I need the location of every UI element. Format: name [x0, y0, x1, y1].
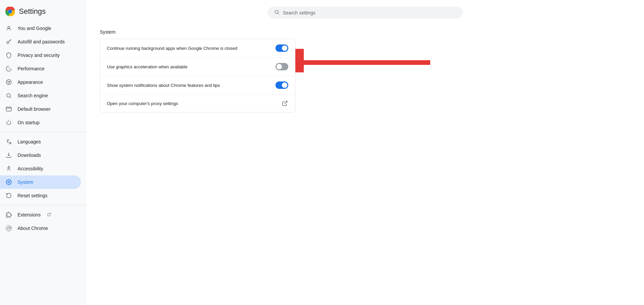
external-link-small-icon	[47, 212, 51, 217]
sidebar-item-performance[interactable]: Performance	[0, 62, 81, 75]
sidebar-item-privacy[interactable]: Privacy and security	[0, 48, 81, 62]
svg-point-11	[8, 181, 10, 183]
reset-icon	[5, 192, 12, 199]
sidebar-label-autofill: Autofill and passwords	[18, 39, 65, 44]
sidebar-divider-1	[0, 132, 86, 132]
sidebar-item-about-chrome[interactable]: About Chrome	[0, 222, 81, 235]
svg-point-4	[7, 41, 9, 43]
power-icon	[5, 119, 12, 126]
speed-icon	[5, 65, 12, 72]
sidebar-item-downloads[interactable]: Downloads	[0, 148, 81, 162]
sidebar-item-reset-settings[interactable]: Reset settings	[0, 189, 81, 202]
main-content: System Continue running background apps …	[86, 0, 644, 305]
sidebar-item-on-startup[interactable]: On startup	[0, 116, 81, 129]
sidebar-item-default-browser[interactable]: Default browser	[0, 102, 81, 116]
sidebar: Settings You and Google Autofill and pas…	[0, 0, 86, 305]
sidebar-label-accessibility: Accessibility	[18, 166, 43, 171]
svg-point-5	[6, 80, 11, 85]
translate-icon	[5, 138, 12, 145]
search-bar-container	[100, 7, 631, 19]
sidebar-label-search-engine: Search engine	[18, 93, 48, 98]
svg-point-13	[6, 226, 12, 231]
sidebar-label-appearance: Appearance	[18, 79, 43, 85]
sidebar-item-you-and-google[interactable]: You and Google	[0, 22, 81, 35]
sidebar-item-search-engine[interactable]: Search engine	[0, 89, 81, 102]
sidebar-item-system[interactable]: System	[0, 175, 81, 189]
accessibility-icon	[5, 165, 12, 172]
system-icon	[5, 179, 12, 185]
graphics-acceleration-toggle[interactable]	[275, 63, 288, 70]
search-bar	[267, 7, 463, 19]
svg-point-10	[8, 166, 9, 167]
shield-icon	[5, 52, 12, 59]
sidebar-label-system: System	[18, 179, 33, 185]
sidebar-header: Settings	[0, 3, 86, 22]
person-icon	[5, 25, 12, 32]
browser-icon	[5, 106, 12, 112]
svg-point-2	[9, 10, 12, 13]
sidebar-label-reset-settings: Reset settings	[18, 193, 48, 198]
about-chrome-icon	[5, 225, 12, 232]
settings-card: Continue running background apps when Go…	[100, 39, 295, 112]
svg-rect-9	[6, 107, 11, 111]
chrome-logo-icon	[5, 7, 15, 16]
page-title: Settings	[19, 7, 46, 16]
sidebar-label-default-browser: Default browser	[18, 106, 51, 112]
sidebar-item-accessibility[interactable]: Accessibility	[0, 162, 81, 175]
background-apps-toggle[interactable]	[275, 44, 288, 52]
svg-point-3	[8, 26, 10, 28]
settings-row-system-notifications: Show system notifications about Chrome f…	[100, 76, 295, 95]
sidebar-label-languages: Languages	[18, 139, 41, 144]
sidebar-label-extensions: Extensions	[18, 212, 40, 217]
annotation-arrow	[295, 49, 430, 72]
search-input[interactable]	[283, 10, 456, 15]
sidebar-label-on-startup: On startup	[18, 120, 39, 125]
svg-line-16	[285, 101, 287, 104]
system-notifications-slider	[275, 81, 288, 89]
settings-row-background-apps: Continue running background apps when Go…	[100, 39, 295, 58]
download-icon	[5, 152, 12, 159]
key-icon	[5, 38, 12, 45]
sidebar-divider-2	[0, 205, 86, 205]
sidebar-label-performance: Performance	[18, 66, 45, 71]
graphics-acceleration-slider	[275, 63, 288, 70]
sidebar-label-about-chrome: About Chrome	[18, 226, 48, 231]
background-apps-label: Continue running background apps when Go…	[107, 46, 275, 51]
settings-row-proxy-settings: Open your computer's proxy settings	[100, 95, 295, 112]
settings-row-graphics-acceleration: Use graphics acceleration when available	[100, 58, 295, 76]
sidebar-label-privacy: Privacy and security	[18, 53, 60, 58]
sidebar-label-you-and-google: You and Google	[18, 26, 51, 31]
graphics-acceleration-label: Use graphics acceleration when available	[107, 64, 275, 69]
background-apps-slider	[275, 44, 288, 52]
sidebar-label-downloads: Downloads	[18, 152, 41, 158]
search-icon	[274, 9, 280, 16]
proxy-settings-external-link[interactable]	[282, 100, 288, 107]
extension-icon	[5, 211, 12, 218]
system-notifications-label: Show system notifications about Chrome f…	[107, 83, 275, 88]
svg-point-6	[8, 81, 8, 82]
sidebar-item-appearance[interactable]: Appearance	[0, 75, 81, 89]
svg-point-7	[9, 81, 10, 82]
sidebar-item-autofill[interactable]: Autofill and passwords	[0, 35, 81, 48]
proxy-settings-label: Open your computer's proxy settings	[107, 101, 282, 106]
svg-point-15	[275, 10, 278, 13]
section-title: System	[100, 29, 631, 35]
system-notifications-toggle[interactable]	[275, 81, 288, 89]
sidebar-item-languages[interactable]: Languages	[0, 135, 81, 148]
sidebar-item-extensions[interactable]: Extensions	[0, 208, 81, 222]
palette-icon	[5, 79, 12, 86]
search-icon	[5, 92, 12, 99]
svg-point-8	[7, 94, 10, 97]
svg-line-12	[49, 213, 51, 215]
